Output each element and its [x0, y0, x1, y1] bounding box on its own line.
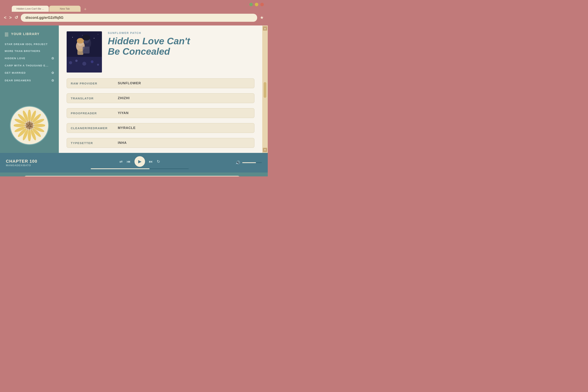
sidebar-item-hidden-love[interactable]: HIDDEN LOVE ✿: [5, 54, 54, 62]
svg-point-40: [91, 60, 94, 63]
credit-value-cleaner: MYRACLE: [118, 126, 136, 130]
sidebar-item-label: GET MARRIED: [5, 71, 26, 74]
credit-label-raw: RAW PROVIDER: [71, 82, 118, 85]
svg-point-8: [28, 130, 31, 141]
sidebar: ||| YOUR LIBRARY STAR DREAM IDOL PROJECT…: [0, 26, 59, 153]
shuffle-button[interactable]: ⇌: [119, 159, 123, 164]
window-controls: [249, 3, 264, 6]
scroll-down-arrow[interactable]: ▼: [263, 148, 267, 152]
library-title: YOUR LIBRARY: [11, 32, 40, 36]
library-icon: |||: [5, 31, 8, 37]
scroll-up-arrow[interactable]: ▲: [263, 26, 267, 30]
active-tab-label: Hidden Love Can't Be ...: [16, 7, 44, 10]
add-tab-button[interactable]: +: [82, 7, 89, 12]
main-layout: ||| YOUR LIBRARY STAR DREAM IDOL PROJECT…: [0, 26, 268, 153]
volume-icon: 🔊: [236, 160, 240, 165]
credit-label-cleaner: CLEANER/REDRAWER: [71, 126, 118, 130]
credit-row-raw: RAW PROVIDER SUNFLOWER: [67, 78, 254, 88]
credit-row-typesetter: TYPESETTER INHA: [67, 138, 254, 148]
credits-list: RAW PROVIDER SUNFLOWER TRANSLATOR ZHIZHI…: [67, 78, 254, 153]
svg-point-38: [75, 60, 78, 62]
volume-control: 🔊: [230, 160, 262, 165]
cover-art: [67, 31, 102, 72]
volume-fill: [242, 162, 256, 163]
active-tab[interactable]: Hidden Love Can't Be ...: [12, 6, 49, 12]
prev-button[interactable]: ⏮: [126, 159, 130, 164]
sidebar-nav: STAR DREAM IDOL PROJECT MORE THAN BROTHE…: [0, 41, 59, 84]
repeat-button[interactable]: ↻: [157, 159, 160, 164]
credit-label-proofreader: PROOFREADER: [71, 112, 118, 115]
maximize-button[interactable]: [249, 3, 253, 6]
progress-fill: [91, 168, 150, 169]
svg-point-43: [82, 35, 82, 36]
progress-bar[interactable]: [91, 168, 189, 169]
player-info: CHAPTER 100 MANGADEX/BATO: [6, 159, 49, 167]
svg-point-44: [94, 38, 94, 38]
back-button[interactable]: <: [4, 16, 6, 20]
credit-row-proofreader: PROOFREADER YIYAN: [67, 108, 254, 118]
manga-title-line2: Be Concealed: [108, 46, 170, 57]
sidebar-item-label: DEAR DREAMERS: [5, 79, 31, 82]
svg-rect-53: [83, 47, 90, 54]
sidebar-item-label: MORE THAN BROTHERS: [5, 50, 40, 52]
tab-bar: Hidden Love Can't Be ... New Tab +: [0, 0, 268, 12]
manga-title-line1: Hidden Love Can't: [108, 36, 190, 46]
browser-chrome: Hidden Love Can't Be ... New Tab + < > ↺…: [0, 0, 268, 26]
address-bar-row: < > ↺ ★: [0, 12, 268, 24]
new-tab-label: New Tab: [60, 7, 70, 10]
content-area: SUNFLOWER PATCH Hidden Love Can't Be Con…: [59, 26, 262, 153]
credit-row-translator: TRANSLATOR ZHIZHI: [67, 93, 254, 103]
sidebar-item-label: HIDDEN LOVE: [5, 57, 25, 60]
notice-banner: MAKE SURE TO SUPPORT THE ORIGINAL ARTIST…: [23, 176, 241, 176]
manga-title: Hidden Love Can't Be Concealed: [108, 36, 254, 57]
svg-point-41: [97, 64, 99, 66]
sidebar-logo: [0, 106, 59, 145]
publisher-label: SUNFLOWER PATCH: [108, 31, 254, 34]
svg-point-45: [98, 34, 98, 34]
svg-point-42: [72, 37, 73, 38]
player-buttons: ⇌ ⏮ ▶ ⏭ ↻: [119, 156, 160, 167]
player-source: MANGADEX/BATO: [6, 164, 49, 167]
manga-info: SUNFLOWER PATCH Hidden Love Can't Be Con…: [108, 31, 254, 72]
reload-button[interactable]: ↺: [14, 16, 18, 20]
new-tab[interactable]: New Tab: [49, 6, 80, 12]
sidebar-item-dear-dreamers[interactable]: DEAR DREAMERS ✿: [5, 77, 54, 84]
manga-header: SUNFLOWER PATCH Hidden Love Can't Be Con…: [67, 31, 254, 72]
credit-value-proofreader: YIYAN: [118, 111, 128, 115]
bookmark-button[interactable]: ★: [260, 15, 264, 20]
sunflower-circle: [10, 106, 49, 145]
credit-label-typesetter: TYPESETTER: [71, 141, 118, 145]
minimize-button[interactable]: [255, 3, 258, 6]
sidebar-item-star-dream[interactable]: STAR DREAM IDOL PROJECT: [5, 41, 54, 48]
play-button[interactable]: ▶: [134, 156, 145, 167]
svg-point-12: [14, 124, 25, 127]
flower-icon: ✿: [51, 78, 54, 82]
next-button[interactable]: ⏭: [149, 159, 153, 164]
credit-label-translator: TRANSLATOR: [71, 97, 118, 100]
player-bar: CHAPTER 100 MANGADEX/BATO ⇌ ⏮ ▶ ⏭ ↻ 🔊: [0, 153, 268, 172]
player-chapter: CHAPTER 100: [6, 159, 49, 164]
flower-icon: ✿: [51, 71, 54, 75]
close-button[interactable]: [260, 3, 264, 6]
sidebar-item-carp[interactable]: CARP WITH A THOUSAND E...: [5, 62, 54, 69]
scroll-track: ▲ ▼: [262, 26, 268, 153]
player-controls: ⇌ ⏮ ▶ ⏭ ↻: [53, 156, 226, 169]
manga-cover: [67, 31, 102, 72]
svg-point-39: [82, 62, 86, 66]
library-header: ||| YOUR LIBRARY: [0, 30, 59, 41]
scroll-thumb[interactable]: [264, 82, 266, 98]
forward-button[interactable]: >: [9, 16, 12, 20]
credit-value-typesetter: INHA: [118, 141, 127, 145]
credit-row-cleaner: CLEANER/REDRAWER MYRACLE: [67, 123, 254, 133]
bottom-bar: ☰ 🔍 MAKE SURE TO SUPPORT THE ORIGINAL AR…: [0, 172, 268, 176]
sidebar-item-label: CARP WITH A THOUSAND E...: [5, 64, 48, 67]
sidebar-item-more-than-brothers[interactable]: MORE THAN BROTHERS: [5, 48, 54, 54]
svg-point-51: [82, 35, 90, 40]
sidebar-item-get-married[interactable]: GET MARRIED ✿: [5, 69, 54, 77]
address-input[interactable]: [21, 14, 257, 22]
volume-bar[interactable]: [242, 162, 262, 163]
sunflower-image: [14, 110, 45, 141]
credit-value-raw: SUNFLOWER: [118, 81, 141, 85]
svg-point-4: [34, 124, 45, 127]
svg-rect-52: [78, 49, 83, 55]
